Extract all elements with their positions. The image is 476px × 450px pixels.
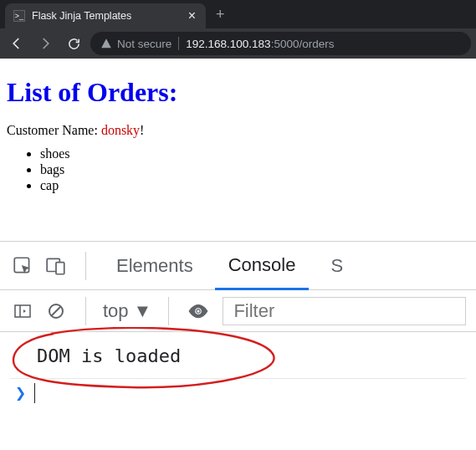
chevron-right-icon: ❯ — [15, 382, 26, 403]
list-item: bags — [40, 162, 469, 177]
reload-button[interactable] — [62, 32, 85, 55]
inspect-icon[interactable] — [10, 253, 35, 279]
browser-tab[interactable]: >_ Flask Jinja Templates × — [5, 3, 206, 28]
terminal-icon: >_ — [13, 10, 25, 22]
not-secure-indicator[interactable]: Not secure — [100, 38, 171, 50]
new-tab-button[interactable]: + — [206, 2, 235, 27]
customer-suffix: ! — [140, 123, 144, 137]
context-label: top — [103, 300, 129, 322]
console-toolbar: top ▼ — [0, 290, 476, 332]
close-icon[interactable]: × — [187, 9, 197, 23]
list-item: shoes — [40, 146, 469, 161]
eye-icon[interactable] — [186, 299, 211, 324]
address-divider — [178, 37, 179, 50]
filter-input[interactable] — [223, 297, 466, 325]
browser-chrome: >_ Flask Jinja Templates × + Not secure … — [0, 0, 476, 59]
url-port-path: :5000/orders — [271, 38, 335, 50]
tab-console[interactable]: Console — [215, 243, 310, 290]
svg-point-7 — [197, 309, 200, 312]
back-button[interactable] — [5, 32, 28, 55]
address-url: 192.168.100.183:5000/orders — [186, 38, 334, 50]
page-title: List of Orders: — [7, 77, 469, 108]
devtools-tab-bar: Elements Console S — [0, 242, 476, 290]
tab-strip: >_ Flask Jinja Templates × + — [0, 0, 476, 28]
text-cursor — [34, 383, 35, 403]
svg-rect-2 — [56, 262, 64, 274]
forward-button[interactable] — [33, 32, 57, 55]
svg-rect-3 — [15, 305, 30, 317]
console-output: DOM is loaded ❯ — [0, 332, 476, 450]
svg-line-6 — [52, 306, 61, 315]
divider — [168, 297, 169, 325]
console-sidebar-toggle-icon[interactable] — [10, 299, 35, 324]
order-list: shoes bags cap — [7, 146, 469, 193]
address-bar[interactable]: Not secure 192.168.100.183:5000/orders — [90, 32, 471, 55]
tab-elements[interactable]: Elements — [103, 242, 207, 289]
browser-toolbar: Not secure 192.168.100.183:5000/orders — [0, 28, 476, 59]
context-selector[interactable]: top ▼ — [103, 300, 151, 322]
console-prompt[interactable]: ❯ — [10, 378, 466, 407]
tab-sources[interactable]: S — [317, 242, 343, 289]
console-message: DOM is loaded — [10, 340, 466, 371]
divider — [85, 252, 86, 280]
not-secure-label: Not secure — [117, 38, 171, 50]
chevron-down-icon: ▼ — [134, 300, 152, 322]
divider — [85, 297, 86, 325]
list-item: cap — [40, 178, 469, 193]
filter-field-wrapper — [223, 297, 466, 325]
tab-title: Flask Jinja Templates — [32, 10, 180, 22]
warning-icon — [100, 38, 112, 49]
clear-console-icon[interactable] — [44, 299, 69, 324]
page-content: List of Orders: Customer Name: donsky! s… — [0, 59, 476, 207]
device-toolbar-icon[interactable] — [44, 253, 69, 279]
svg-rect-0 — [14, 258, 28, 272]
customer-line: Customer Name: donsky! — [7, 123, 469, 138]
customer-name: donsky — [101, 123, 140, 137]
url-host: 192.168.100.183 — [186, 38, 270, 50]
devtools-panel: Elements Console S top ▼ — [0, 241, 476, 450]
customer-label: Customer Name: — [7, 123, 101, 137]
